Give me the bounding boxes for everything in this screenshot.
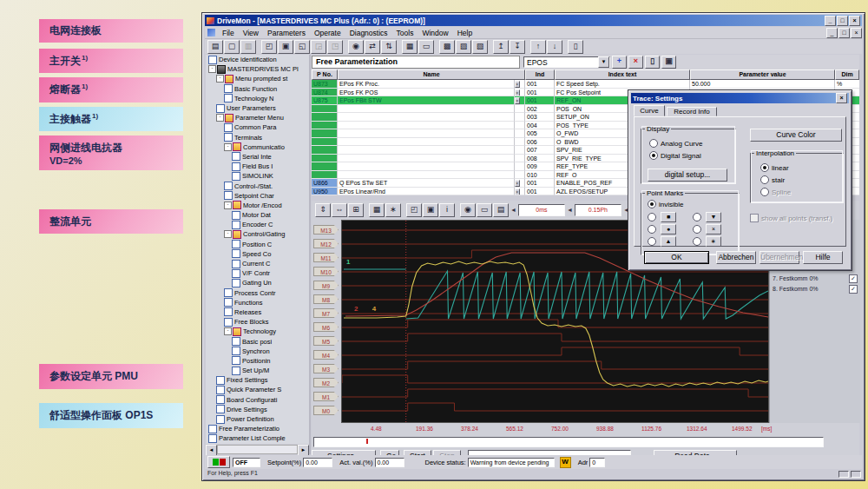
tree-item-functions[interactable]: Functions	[206, 298, 309, 307]
tree-item-motor-dat[interactable]: Motor Dat	[206, 210, 309, 220]
tree-item-label[interactable]: Serial Inte	[242, 153, 272, 161]
menu-item-window[interactable]: Window	[418, 29, 452, 37]
legend-label[interactable]: 7. Festkomm 0%	[773, 275, 819, 281]
tree-item-synchron[interactable]: Synchron	[206, 347, 309, 356]
tree-item-user-parameters[interactable]: User Parameters	[206, 103, 309, 113]
toolbar-separator[interactable]	[365, 204, 368, 216]
folder-icon[interactable]	[233, 201, 241, 209]
name-cell[interactable]	[338, 122, 515, 130]
channel-tag-m1[interactable]: M1	[313, 392, 339, 401]
pno-cell[interactable]: U950	[312, 188, 338, 196]
channel-tag-m7[interactable]: M7	[313, 308, 339, 318]
delta-icon[interactable]: ◄	[510, 207, 516, 213]
name-cell[interactable]	[338, 162, 515, 171]
open-icon[interactable]: ◰	[261, 40, 277, 54]
menu-item-diagnostics[interactable]: Diagnostics	[345, 29, 392, 37]
channel-tag-m2[interactable]: M2	[313, 378, 339, 387]
go-offline-icon[interactable]: ⇅	[381, 40, 397, 54]
tree-item-label[interactable]: Free Parameterizatio	[219, 425, 279, 433]
toolbar-separator[interactable]	[489, 41, 492, 53]
tree-item-label[interactable]: Setpoint Char	[234, 192, 274, 200]
page-icon[interactable]	[224, 182, 233, 190]
tree-item-label[interactable]: Synchron	[242, 347, 270, 355]
column-header[interactable]: Dim	[835, 69, 859, 80]
ind-cell[interactable]: 001	[525, 188, 555, 196]
pno-cell[interactable]: U875	[312, 96, 338, 105]
tree-item-label[interactable]: Drive Settings	[227, 406, 267, 413]
toolbar-separator[interactable]	[344, 41, 347, 53]
channel-tag-m4[interactable]: M4	[313, 350, 339, 360]
x-tick-label[interactable]: 4.48	[371, 426, 382, 432]
expander-icon[interactable]: -	[216, 114, 224, 122]
window-icon[interactable]: ▯	[568, 40, 583, 54]
expander-icon[interactable]: -	[208, 65, 216, 73]
expand-button[interactable]: ×	[515, 89, 520, 96]
tree-item-label[interactable]: Motor Dat	[242, 211, 271, 219]
ind-cell[interactable]: 001	[525, 96, 555, 105]
index-text-cell[interactable]: FC Speed Setp.	[555, 80, 690, 89]
folder-icon[interactable]	[233, 327, 241, 336]
expand-button[interactable]: ×	[515, 180, 520, 187]
toolbar-separator[interactable]	[402, 204, 405, 216]
page-icon[interactable]	[224, 288, 233, 297]
tree-item-label[interactable]: Gating Un	[242, 279, 272, 287]
tree-item-releases[interactable]: Releases	[206, 307, 309, 317]
component-label-text[interactable]: 电网连接板	[49, 23, 102, 38]
folder-icon[interactable]	[225, 75, 233, 83]
tree-item-label[interactable]: Basic posi	[242, 338, 272, 346]
legend-checkbox[interactable]: ✓	[849, 285, 858, 294]
name-expand-cell[interactable]	[515, 122, 525, 130]
tree-item-setpoint-char[interactable]: Setpoint Char	[206, 191, 309, 201]
toolbar-separator[interactable]	[563, 41, 567, 53]
ind-cell[interactable]: 002	[525, 105, 555, 114]
save-list-button[interactable]: ▣	[661, 56, 676, 69]
run-icon[interactable]	[213, 459, 219, 466]
expand-button[interactable]: ×	[515, 188, 520, 195]
trace-up-icon[interactable]: ↥	[493, 40, 509, 54]
name-cell[interactable]	[338, 113, 515, 122]
page-icon[interactable]	[216, 386, 225, 394]
name-expand-cell[interactable]	[515, 129, 525, 138]
chevron-down-icon[interactable]: ▼	[598, 56, 609, 68]
expander-icon[interactable]: -	[216, 75, 224, 83]
x-tick-label[interactable]: 565.12	[506, 426, 523, 432]
child-minimize-button[interactable]: _	[826, 28, 838, 38]
name-expand-cell[interactable]	[515, 162, 525, 171]
ind-cell[interactable]: 001	[525, 89, 555, 97]
tree-item-label[interactable]: Process Contr	[234, 289, 276, 297]
zoom-reset-icon[interactable]: ⊞	[348, 203, 364, 217]
pno-cell[interactable]	[312, 113, 338, 122]
open-dialog-icon[interactable]: ▢	[224, 40, 240, 54]
setpoint-field[interactable]: 0.00	[303, 458, 332, 467]
hilfe-button[interactable]: Hilfe	[803, 251, 843, 264]
x-tick-label[interactable]: 378.24	[461, 426, 478, 432]
delta-icon[interactable]: ◄	[567, 207, 573, 213]
radio-invisible[interactable]: invisible	[648, 200, 683, 208]
channel-tag-m11[interactable]: M11	[313, 253, 339, 262]
component-label[interactable]: 电网连接板	[39, 19, 183, 43]
component-label[interactable]: 网侧进线电抗器VD=2%	[39, 135, 183, 170]
expander-icon[interactable]: -	[224, 327, 232, 335]
info-icon[interactable]: i	[439, 203, 455, 217]
copy-icon[interactable]: ▭	[477, 203, 492, 217]
name-expand-cell[interactable]: ×	[515, 188, 525, 196]
tree-item-common-para[interactable]: Common Para	[206, 122, 309, 132]
dv-field[interactable]: 0.15Ph	[575, 204, 621, 216]
page-icon[interactable]	[232, 367, 240, 375]
ind-cell[interactable]: 007	[525, 146, 555, 155]
tree-item-label[interactable]: User Parameters	[227, 104, 276, 112]
component-label-text[interactable]: 舒适型操作面板 OP1S	[49, 408, 153, 423]
tree-item-encoder-c[interactable]: Encoder C	[206, 220, 309, 229]
toolbar-separator[interactable]	[435, 41, 438, 53]
legend-entry[interactable]: 8. Festkomm 0%✓	[773, 284, 858, 294]
column-header[interactable]: Ind	[525, 69, 555, 80]
name-expand-cell[interactable]	[515, 171, 525, 180]
dt-field[interactable]: 0ms	[518, 204, 565, 216]
tree-item-positionin[interactable]: Positionin	[206, 356, 309, 366]
new-icon[interactable]: ▤	[207, 40, 223, 54]
tree-item-label[interactable]: Field Bus I	[242, 162, 273, 170]
tree-item-label[interactable]: Parameter List Comple	[219, 434, 286, 442]
title-bar[interactable]: DriveMon - [MASTERDRIVES MC Plus (Adr.: …	[205, 15, 862, 26]
radio-analog-curve[interactable]: Analog Curve	[649, 139, 702, 148]
record-icon[interactable]: ◉	[348, 40, 364, 54]
